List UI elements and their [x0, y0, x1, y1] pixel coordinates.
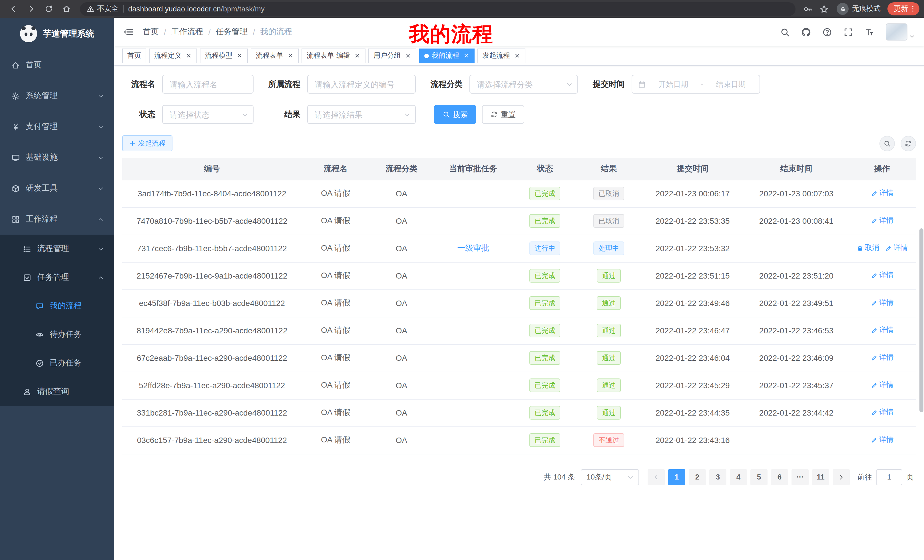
sidebar-item-todo-tasks[interactable]: 待办任务: [0, 320, 114, 349]
close-icon[interactable]: [463, 52, 470, 59]
page-button[interactable]: 11: [812, 469, 829, 485]
search-icon[interactable]: [780, 27, 790, 37]
sidebar-item-dev-tools[interactable]: 研发工具: [0, 173, 114, 204]
process-name-input[interactable]: [162, 75, 254, 94]
password-key-icon[interactable]: [804, 4, 813, 13]
detail-link[interactable]: 详情: [871, 189, 894, 198]
pager-ellipsis[interactable]: ···: [792, 469, 808, 485]
list-icon: [23, 245, 32, 253]
main-area: 首页 / 工作流程 / 任务管理 / 我的流程: [114, 18, 924, 560]
detail-link[interactable]: 详情: [871, 353, 894, 363]
page-button[interactable]: 1: [668, 469, 685, 485]
cell-id: 331bc281-7b9a-11ec-a290-acde48001122: [122, 399, 302, 427]
user-menu[interactable]: [886, 23, 915, 40]
close-icon[interactable]: [354, 52, 360, 59]
detail-link[interactable]: 详情: [871, 298, 894, 308]
action-label: 详情: [879, 435, 894, 445]
page-button[interactable]: 2: [689, 469, 706, 485]
detail-link[interactable]: 详情: [871, 408, 894, 418]
detail-link[interactable]: 详情: [871, 326, 894, 335]
sidebar-item-payment-management[interactable]: 支付管理: [0, 111, 114, 142]
address-bar[interactable]: 不安全 dashboard.yudao.iocoder.cn/bpm/task/…: [80, 2, 795, 16]
browser-home-icon[interactable]: [59, 2, 74, 16]
security-chip[interactable]: 不安全: [87, 4, 118, 14]
tab-start-process[interactable]: 发起流程: [477, 48, 525, 63]
tab-process-form[interactable]: 流程表单: [251, 48, 298, 63]
sidebar-item-infrastructure[interactable]: 基础设施: [0, 142, 114, 173]
page-button[interactable]: 3: [709, 469, 726, 485]
result-select[interactable]: [307, 105, 416, 124]
tab-process-form-edit[interactable]: 流程表单-编辑: [302, 48, 366, 63]
sidebar-item-task-management[interactable]: 任务管理: [0, 263, 114, 292]
sidebar-item-workflow[interactable]: 工作流程: [0, 204, 114, 235]
detail-link[interactable]: 详情: [871, 380, 894, 390]
close-icon[interactable]: [287, 52, 294, 59]
sidebar-item-system-management[interactable]: 系统管理: [0, 81, 114, 111]
page-button[interactable]: 5: [750, 469, 768, 485]
sidebar-item-home[interactable]: 首页: [0, 49, 114, 81]
browser-menu-icon[interactable]: [909, 5, 916, 13]
tab-user-group[interactable]: 用户分组: [368, 48, 416, 63]
current-task-link[interactable]: 一级审批: [457, 243, 489, 252]
prev-page-button[interactable]: [648, 469, 665, 485]
forward-icon[interactable]: [24, 2, 38, 16]
cell-category: OA: [369, 180, 434, 207]
breadcrumb-item[interactable]: 工作流程: [171, 27, 203, 37]
action-label: 详情: [879, 380, 894, 390]
next-page-button[interactable]: [832, 469, 850, 485]
detail-link[interactable]: 详情: [871, 435, 894, 445]
reset-button[interactable]: 重置: [482, 105, 524, 124]
close-icon[interactable]: [236, 52, 243, 59]
back-icon[interactable]: [6, 2, 21, 16]
font-size-icon[interactable]: [865, 27, 874, 37]
scrollbar-thumb[interactable]: [920, 228, 923, 412]
page-button[interactable]: 4: [730, 469, 747, 485]
app-logo[interactable]: 芋道管理系统: [0, 18, 114, 49]
reload-icon[interactable]: [42, 2, 56, 16]
cell-submit-time: 2022-01-22 23:53:35: [641, 207, 744, 235]
sidebar-item-process-management[interactable]: 流程管理: [0, 235, 114, 263]
start-process-button[interactable]: 发起流程: [122, 135, 172, 151]
filter-row-1: 流程名 所属流程 流程分类 提交: [122, 75, 916, 94]
tab-process-model[interactable]: 流程模型: [200, 48, 248, 63]
close-icon[interactable]: [405, 52, 411, 59]
page-button[interactable]: 6: [771, 469, 788, 485]
tab-process-definition[interactable]: 流程定义: [149, 48, 197, 63]
search-button[interactable]: 搜索: [434, 105, 476, 124]
status-select[interactable]: [162, 105, 254, 124]
hamburger-icon[interactable]: [123, 27, 134, 37]
cell-process-name: OA 请假: [302, 262, 369, 289]
close-icon[interactable]: [514, 52, 520, 59]
toggle-search-button[interactable]: [879, 136, 895, 151]
tags-view: 首页流程定义流程模型流程表单流程表单-编辑用户分组我的流程发起流程: [114, 46, 924, 66]
bookmark-star-icon[interactable]: [819, 4, 829, 13]
refresh-table-button[interactable]: [901, 136, 916, 151]
help-icon[interactable]: [822, 27, 832, 37]
process-definition-input[interactable]: [307, 75, 416, 94]
category-select[interactable]: [470, 75, 578, 94]
goto-page: 前往 页: [857, 469, 914, 485]
submit-time-range-picker[interactable]: 开始日期 - 结束日期: [632, 75, 760, 94]
plus-icon: [129, 140, 136, 147]
fullscreen-icon[interactable]: [843, 27, 853, 37]
update-button[interactable]: 更新: [888, 2, 920, 15]
detail-link[interactable]: 详情: [871, 271, 894, 281]
detail-link[interactable]: 详情: [871, 216, 894, 226]
chevron-up-icon: [98, 274, 104, 281]
breadcrumb-item[interactable]: 首页: [143, 27, 159, 37]
github-icon[interactable]: [801, 27, 811, 37]
close-icon[interactable]: [186, 52, 192, 59]
goto-page-input[interactable]: [876, 469, 902, 485]
breadcrumb-item[interactable]: 任务管理: [216, 27, 248, 37]
cancel-link[interactable]: 取消: [856, 244, 879, 253]
chevron-down-icon: [242, 111, 248, 118]
detail-link[interactable]: 详情: [885, 244, 908, 253]
cell-id: 67c2eaab-7b9a-11ec-a290-acde48001122: [122, 344, 302, 371]
sidebar-item-done-tasks[interactable]: 已办任务: [0, 349, 114, 377]
tab-home[interactable]: 首页: [122, 48, 146, 63]
sidebar-item-leave-query[interactable]: 请假查询: [0, 377, 114, 406]
page-size-select[interactable]: 10条/页: [581, 469, 639, 485]
tab-my-process[interactable]: 我的流程: [419, 48, 475, 63]
result-select-value: [315, 110, 400, 119]
sidebar-item-my-process[interactable]: 我的流程: [0, 292, 114, 320]
